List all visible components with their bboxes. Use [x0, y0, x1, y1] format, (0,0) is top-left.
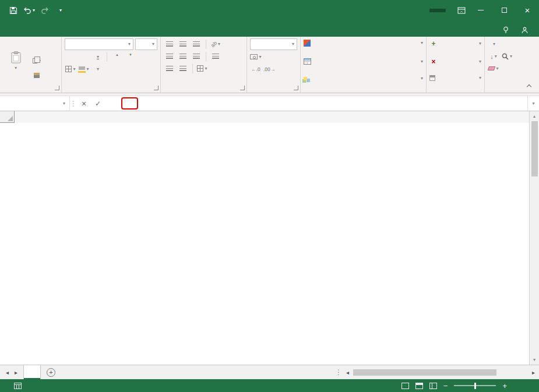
decrease-indent-button[interactable]	[164, 63, 175, 74]
sign-in-button[interactable]	[429, 9, 446, 12]
select-all-button[interactable]	[0, 111, 15, 123]
font-dialog-launcher-icon[interactable]	[154, 86, 158, 90]
formula-bar-splitter[interactable]	[70, 96, 77, 111]
delete-cells-button[interactable]	[429, 58, 481, 66]
cell-styles-button[interactable]	[304, 76, 423, 81]
tab-splitter-icon[interactable]	[335, 368, 342, 376]
ribbon-group-clipboard	[0, 37, 62, 93]
align-left-button[interactable]	[164, 51, 175, 62]
ribbon-tab-file[interactable]	[0, 30, 15, 37]
increase-font-size-button[interactable]	[111, 51, 122, 62]
decrease-font-size-button[interactable]	[124, 51, 136, 62]
customize-quick-access-button[interactable]	[53, 3, 68, 18]
clipboard-dialog-launcher-icon[interactable]	[55, 86, 59, 90]
increase-indent-button[interactable]	[177, 63, 189, 74]
redo-button[interactable]	[37, 3, 52, 18]
align-right-button[interactable]	[191, 51, 202, 62]
align-top-icon	[166, 41, 173, 47]
zoom-in-button[interactable]	[502, 382, 507, 390]
macro-record-icon[interactable]	[14, 383, 22, 389]
autosum-button[interactable]	[488, 38, 499, 50]
insert-function-button[interactable]	[105, 96, 119, 111]
share-button[interactable]	[522, 27, 531, 34]
horizontal-scrollbar[interactable]	[353, 368, 528, 377]
vertical-scrollbar-thumb[interactable]	[531, 121, 538, 176]
decrease-decimal-button[interactable]	[263, 63, 275, 75]
format-painter-icon	[34, 73, 40, 78]
font-color-button[interactable]	[91, 63, 103, 75]
copy-button[interactable]	[31, 55, 43, 66]
paste-button[interactable]	[3, 38, 29, 83]
zoom-slider-knob[interactable]	[474, 383, 476, 389]
close-button[interactable]	[516, 0, 539, 20]
normal-view-icon[interactable]	[401, 383, 409, 389]
sheet-tab-active[interactable]	[23, 365, 41, 379]
undo-button[interactable]	[22, 3, 37, 18]
page-layout-view-icon[interactable]	[415, 383, 423, 389]
currency-icon	[250, 54, 258, 59]
fill-button[interactable]	[488, 51, 499, 62]
minimize-button[interactable]	[469, 0, 492, 20]
formula-input[interactable]	[119, 96, 527, 111]
conditional-formatting-button[interactable]	[304, 40, 423, 47]
underline-button[interactable]	[91, 51, 103, 62]
new-sheet-button[interactable]	[47, 368, 55, 377]
hscroll-left-icon[interactable]	[344, 369, 351, 376]
save-button[interactable]	[6, 3, 21, 18]
font-size-select[interactable]	[135, 38, 157, 50]
insert-cells-button[interactable]	[429, 40, 481, 48]
align-bottom-button[interactable]	[191, 38, 202, 50]
ribbon-display-options-button[interactable]	[454, 3, 469, 18]
wrap-text-button[interactable]	[210, 51, 221, 62]
number-format-select[interactable]	[250, 38, 297, 50]
close-icon	[525, 6, 530, 15]
collapse-ribbon-button[interactable]	[524, 82, 534, 90]
merge-center-button[interactable]	[196, 63, 208, 74]
next-sheet-icon[interactable]	[15, 369, 17, 376]
vertical-scrollbar[interactable]	[529, 111, 539, 365]
bold-button[interactable]	[65, 51, 76, 62]
enter-entry-button[interactable]	[91, 96, 105, 111]
font-name-select[interactable]	[65, 38, 133, 50]
undo-dropdown-icon[interactable]	[33, 8, 35, 13]
align-center-button[interactable]	[177, 51, 189, 62]
scroll-down-icon[interactable]	[530, 355, 539, 365]
cancel-entry-button[interactable]	[77, 96, 91, 111]
accounting-format-button[interactable]	[250, 51, 262, 62]
fill-color-button[interactable]	[78, 63, 90, 75]
format-cells-button[interactable]	[429, 75, 481, 81]
zoom-out-button[interactable]	[443, 382, 448, 390]
cut-button[interactable]	[31, 41, 43, 52]
page-break-view-icon[interactable]	[429, 383, 437, 389]
format-as-table-button[interactable]	[304, 58, 423, 65]
italic-button[interactable]	[78, 51, 90, 62]
increase-decimal-icon	[251, 66, 260, 72]
status-bar	[0, 379, 539, 392]
orientation-button[interactable]	[210, 38, 221, 50]
horizontal-scrollbar-thumb[interactable]	[353, 369, 496, 376]
format-painter-button[interactable]	[31, 70, 43, 81]
previous-sheet-icon[interactable]	[6, 369, 9, 376]
number-dialog-launcher-icon[interactable]	[294, 86, 298, 90]
chevron-down-icon	[128, 42, 131, 47]
align-top-button[interactable]	[164, 38, 175, 50]
increase-decimal-button[interactable]	[250, 63, 262, 75]
expand-formula-bar-button[interactable]	[527, 96, 539, 111]
clear-button[interactable]	[488, 63, 499, 74]
scroll-up-icon[interactable]	[530, 111, 539, 121]
paste-dropdown-icon[interactable]	[15, 66, 17, 70]
hscroll-right-icon[interactable]	[530, 369, 537, 376]
zoom-slider[interactable]	[454, 385, 496, 386]
name-box-dropdown-icon[interactable]	[63, 101, 65, 106]
alignment-dialog-launcher-icon[interactable]	[240, 86, 245, 90]
borders-button[interactable]	[65, 63, 76, 75]
maximize-button[interactable]	[492, 0, 516, 20]
percent-style-button[interactable]	[263, 51, 275, 62]
help-assistant-button[interactable]	[502, 26, 512, 34]
find-select-button[interactable]	[501, 51, 513, 62]
name-box[interactable]	[0, 96, 70, 111]
comma-style-button[interactable]	[277, 51, 288, 62]
align-left-icon	[166, 54, 173, 59]
align-middle-button[interactable]	[177, 38, 189, 50]
quick-access-toolbar	[0, 3, 68, 18]
